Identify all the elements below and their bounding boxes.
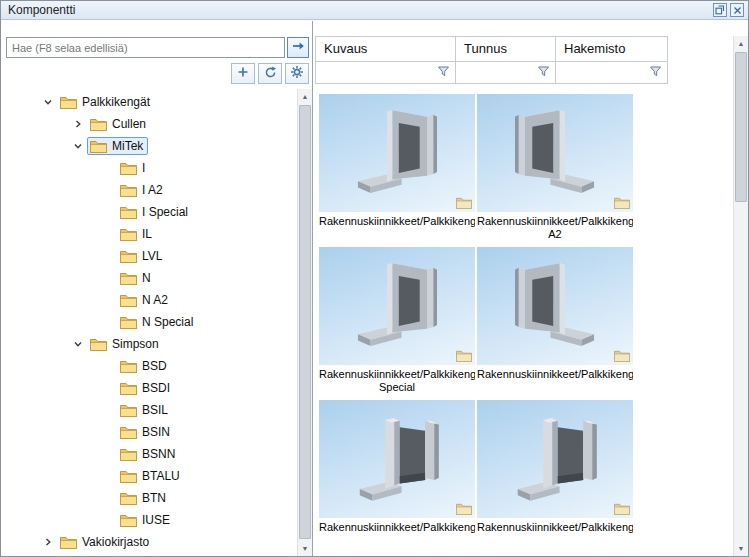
- tree-item-bsin[interactable]: BSIN: [1, 421, 297, 443]
- tree-item-body[interactable]: IUSE: [117, 511, 175, 529]
- tree-item-il[interactable]: IL: [1, 223, 297, 245]
- tree-item-body[interactable]: LVL: [117, 247, 167, 265]
- tree-item-selected[interactable]: MiTek: [87, 137, 148, 155]
- tree-item-body[interactable]: Palkkikengät: [57, 93, 155, 111]
- tree-item-body[interactable]: I A2: [117, 181, 168, 199]
- component-card[interactable]: Rakennuskiinnikkeet/Palkkikeng...: [477, 247, 633, 394]
- folder-icon: [120, 404, 137, 417]
- folder-icon: [120, 382, 137, 395]
- column-header[interactable]: Tunnus: [456, 37, 555, 61]
- tree-item-body[interactable]: BTN: [117, 489, 171, 507]
- tree-item-btn[interactable]: BTN: [1, 487, 297, 509]
- tree-item-label: BSDI: [142, 381, 170, 395]
- tree-item-i[interactable]: I: [1, 157, 297, 179]
- tree-item-n-special[interactable]: N Special: [1, 311, 297, 333]
- tree-item-iuse[interactable]: IUSE: [1, 509, 297, 531]
- tree-item-label: MiTek: [112, 139, 143, 153]
- tree-item-bsd[interactable]: BSD: [1, 355, 297, 377]
- window-title: Komponentti: [8, 3, 710, 17]
- scroll-down-icon[interactable]: ▼: [734, 541, 748, 556]
- filter-cell-tunnus[interactable]: [456, 61, 555, 83]
- tree-scrollbar-thumb[interactable]: [299, 105, 311, 539]
- restore-button[interactable]: [713, 3, 727, 17]
- chevron-right-icon[interactable]: [69, 119, 87, 129]
- chevron-down-icon[interactable]: [39, 97, 57, 107]
- close-icon: [733, 3, 742, 18]
- tree-item-lvl[interactable]: LVL: [1, 245, 297, 267]
- component-card[interactable]: Rakennuskiinnikkeet/Palkkikeng...: [319, 94, 475, 241]
- filter-button[interactable]: [647, 64, 664, 81]
- filter-button[interactable]: [535, 64, 552, 81]
- tree-item-n-a2[interactable]: N A2: [1, 289, 297, 311]
- add-button[interactable]: [231, 63, 255, 84]
- tree-item-body[interactable]: Cullen: [87, 115, 151, 133]
- results-scrollbar[interactable]: ▲ ▼: [733, 36, 748, 556]
- tree-item-body[interactable]: I: [117, 159, 150, 177]
- refresh-button[interactable]: [258, 63, 282, 84]
- title-bar: Komponentti: [1, 1, 748, 20]
- tree-scrollbar[interactable]: ▲ ▼: [297, 89, 312, 556]
- column-hakemisto: Hakemisto: [555, 36, 668, 84]
- component-card[interactable]: Rakennuskiinnikkeet/Palkkikeng...Special: [319, 247, 475, 394]
- folder-badge-icon: [614, 350, 630, 362]
- tree-item-i-special[interactable]: I Special: [1, 201, 297, 223]
- tree-item-bsdi[interactable]: BSDI: [1, 377, 297, 399]
- component-card[interactable]: Rakennuskiinnikkeet/Palkkikeng...: [477, 400, 633, 546]
- scroll-down-icon[interactable]: ▼: [298, 541, 312, 556]
- tree-item-bsil[interactable]: BSIL: [1, 399, 297, 421]
- tree-item-simpson[interactable]: Simpson: [1, 333, 297, 355]
- results-scrollbar-thumb[interactable]: [735, 52, 747, 202]
- filter-cell-kuvaus[interactable]: [316, 61, 455, 83]
- tree-item-label: Simpson: [112, 337, 159, 351]
- tree-item-body[interactable]: BSNN: [117, 445, 180, 463]
- scroll-up-icon[interactable]: ▲: [734, 36, 748, 51]
- tree-item-body[interactable]: IL: [117, 225, 157, 243]
- component-caption: Rakennuskiinnikkeet/Palkkikeng...A2: [477, 212, 633, 241]
- tree-item-n[interactable]: N: [1, 267, 297, 289]
- tree-item-body[interactable]: Simpson: [87, 335, 164, 353]
- search-go-button[interactable]: [287, 37, 309, 58]
- chevron-down-icon[interactable]: [69, 339, 87, 349]
- component-tree: PalkkikengätCullenMiTekII A2I SpecialILL…: [1, 89, 297, 556]
- tree-item-label: I: [142, 161, 145, 175]
- tree-item-vakiokirjasto[interactable]: Vakiokirjasto: [1, 531, 297, 553]
- column-header[interactable]: Hakemisto: [556, 37, 667, 61]
- tree-item-mitek[interactable]: MiTek: [1, 135, 297, 157]
- folder-icon: [120, 162, 137, 175]
- tree-item-i-a2[interactable]: I A2: [1, 179, 297, 201]
- component-card[interactable]: Rakennuskiinnikkeet/Palkkikeng...: [319, 400, 475, 546]
- chevron-down-icon[interactable]: [69, 141, 87, 151]
- tree-item-btalu[interactable]: BTALU: [1, 465, 297, 487]
- tree-item-label: LVL: [142, 249, 162, 263]
- folder-icon: [120, 250, 137, 263]
- settings-button[interactable]: [285, 63, 309, 84]
- close-button[interactable]: [730, 3, 744, 17]
- tree-item-body[interactable]: N A2: [117, 291, 173, 309]
- filter-cell-hakemisto[interactable]: [556, 61, 667, 83]
- folder-icon: [120, 470, 137, 483]
- tree-item-body[interactable]: BSDI: [117, 379, 175, 397]
- tree-item-bsnn[interactable]: BSNN: [1, 443, 297, 465]
- tree-item-body[interactable]: N Special: [117, 313, 198, 331]
- column-header[interactable]: Kuvaus: [316, 37, 455, 61]
- tree-item-label: Palkkikengät: [82, 95, 150, 109]
- tree-item-body[interactable]: Vakiokirjasto: [57, 533, 154, 551]
- tree-item-body[interactable]: BSIL: [117, 401, 173, 419]
- search-input[interactable]: [6, 37, 285, 58]
- tree-item-palkkikeng-t[interactable]: Palkkikengät: [1, 91, 297, 113]
- component-card[interactable]: Rakennuskiinnikkeet/Palkkikeng...A2: [477, 94, 633, 241]
- catalog-sidebar: PalkkikengätCullenMiTekII A2I SpecialILL…: [1, 21, 312, 556]
- tree-item-label: I Special: [142, 205, 188, 219]
- filter-button[interactable]: [435, 64, 452, 81]
- folder-icon: [120, 184, 137, 197]
- component-caption: Rakennuskiinnikkeet/Palkkikeng...: [319, 212, 475, 240]
- tree-item-body[interactable]: I Special: [117, 203, 193, 221]
- caption-line-1: Rakennuskiinnikkeet/Palkkikeng...: [477, 521, 633, 534]
- tree-item-body[interactable]: BSIN: [117, 423, 175, 441]
- chevron-right-icon[interactable]: [39, 537, 57, 547]
- tree-item-body[interactable]: N: [117, 269, 156, 287]
- scroll-up-icon[interactable]: ▲: [298, 89, 312, 104]
- tree-item-cullen[interactable]: Cullen: [1, 113, 297, 135]
- tree-item-body[interactable]: BTALU: [117, 467, 185, 485]
- tree-item-body[interactable]: BSD: [117, 357, 172, 375]
